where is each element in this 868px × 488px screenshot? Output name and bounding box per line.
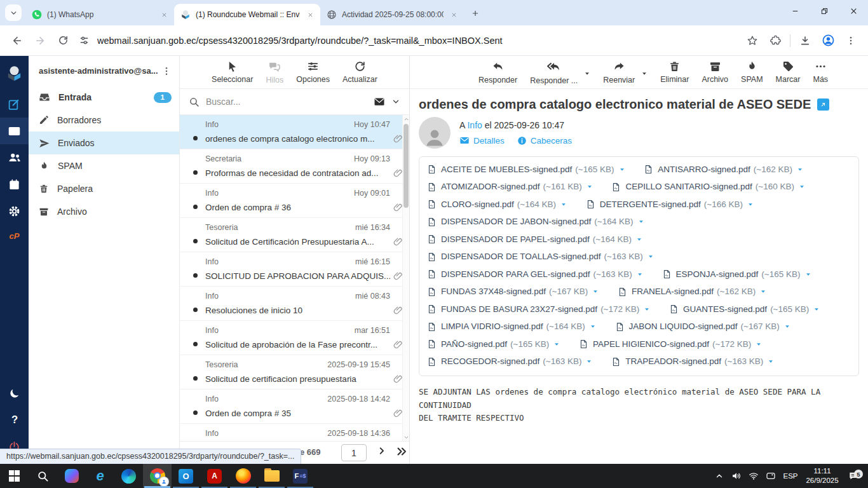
attachment-menu-caret-icon[interactable] (637, 271, 643, 278)
page-number-input[interactable] (341, 444, 367, 461)
attachment[interactable]: ESPONJA-signed.pdf (~165 KB) (662, 266, 811, 283)
headers-link[interactable]: Cabeceras (517, 136, 572, 146)
scrollbar-thumb[interactable] (403, 124, 409, 208)
taskbar-edge-button[interactable] (114, 464, 143, 488)
account-menu-button[interactable] (159, 64, 174, 79)
attachment-menu-caret-icon[interactable] (756, 341, 762, 348)
tab-whatsapp[interactable]: (1) WhatsApp (25, 4, 174, 25)
taskbar-chrome-button[interactable] (143, 464, 172, 488)
attachment[interactable]: PAÑO-signed.pdf (~165 KB) (427, 336, 560, 353)
bookmark-button[interactable] (742, 30, 763, 51)
scroll-up-icon[interactable] (403, 115, 409, 123)
message-row[interactable]: Info mié 08:43 Resoluciones de inicio 10 (180, 287, 409, 321)
close-window-button[interactable] (839, 0, 868, 22)
attachment[interactable]: JABON LIQUIDO-signed.pdf (~167 KB) (615, 318, 790, 336)
attachment-menu-caret-icon[interactable] (553, 341, 560, 348)
search-scope-icon[interactable] (374, 96, 385, 107)
notifications-button[interactable]: 5 (843, 471, 864, 481)
attachment-menu-caret-icon[interactable] (587, 184, 593, 190)
taskbar-firefox-button[interactable] (229, 464, 257, 488)
attachment-menu-caret-icon[interactable] (560, 201, 567, 208)
spam-button[interactable]: SPAM (741, 60, 763, 84)
tab-actividad[interactable]: Actividad 2025-09-25 08:00:00 (320, 4, 464, 25)
select-button[interactable]: Seleccionar (212, 60, 253, 84)
threads-button[interactable]: Hilos (266, 60, 283, 85)
dark-mode-button[interactable] (0, 380, 29, 407)
close-tab-icon[interactable] (159, 10, 169, 20)
delete-button[interactable]: Eliminar (660, 60, 689, 84)
network-button[interactable] (745, 471, 762, 481)
attachment[interactable]: DISPENSADOR PARA GEL-signed.pdf (~163 KB… (427, 266, 643, 283)
back-button[interactable] (6, 30, 28, 51)
folder-archivo[interactable]: Archivo (29, 200, 179, 223)
attachment-menu-caret-icon[interactable] (813, 306, 820, 313)
attachment[interactable]: FUNDAS DE BASURA 23X27-signed.pdf (~172 … (427, 301, 650, 318)
attachment[interactable]: CLORO-signed.pdf (~164 KB) (427, 196, 567, 213)
details-link[interactable]: Detalles (459, 135, 505, 146)
close-tab-icon[interactable] (305, 10, 315, 20)
attachment[interactable]: GUANTES-signed.pdf (~165 KB) (669, 301, 820, 318)
new-tab-button[interactable] (466, 4, 484, 22)
next-page-icon[interactable] (377, 446, 386, 456)
attachment[interactable]: CEPILLO SANITARIO-signed.pdf (~160 KB) (611, 179, 805, 196)
attachment-menu-caret-icon[interactable] (644, 306, 650, 313)
attachment[interactable]: LIMPIA VIDRIO-signed.pdf (~164 KB) (427, 318, 596, 336)
attachment-menu-caret-icon[interactable] (747, 201, 754, 208)
tab-search-button[interactable] (5, 4, 22, 21)
meet-now-button[interactable] (762, 471, 779, 481)
browser-menu-button[interactable] (840, 30, 862, 51)
attachment[interactable]: TRAPEADOR-signed.pdf (~163 KB) (611, 353, 774, 370)
rail-compose-button[interactable] (0, 91, 29, 118)
taskbar-ie-button[interactable]: e (86, 464, 114, 488)
attachment[interactable]: DISPENSADOR DE PAPEL-signed.pdf (~164 KB… (427, 231, 642, 248)
taskbar-acrobat-button[interactable]: A (200, 464, 229, 488)
attachment[interactable]: FRANELA-signed.pdf (~162 KB) (618, 283, 766, 301)
recipient-link[interactable]: Info (467, 120, 482, 130)
attachment[interactable]: ACEITE DE MUEBLES-signed.pdf (~165 KB) (427, 161, 625, 178)
scroll-down-icon[interactable] (403, 433, 409, 441)
refresh-button[interactable]: Actualizar (342, 60, 377, 84)
taskbar-search-button[interactable] (29, 464, 57, 488)
attachment-menu-caret-icon[interactable] (590, 323, 596, 330)
attachment[interactable]: DISPENSADOR DE TOALLAS-signed.pdf (~163 … (427, 248, 654, 266)
reply-button[interactable]: Responder (478, 60, 517, 85)
folder-papelera[interactable]: Papelera (29, 177, 179, 200)
hidden-icons-button[interactable] (710, 471, 728, 480)
attachment[interactable]: DISPENSADOR DE JABON-signed.pdf (~164 KB… (427, 214, 644, 231)
mark-button[interactable]: Marcar (776, 60, 801, 84)
message-row[interactable]: Info 2025-09-18 14:36 (180, 424, 409, 441)
attachment-menu-caret-icon[interactable] (619, 166, 625, 173)
search-input[interactable] (206, 97, 367, 107)
url-text[interactable]: webmail.sanjuan.gob.ec/cpsess4320018295/… (97, 36, 503, 46)
tab-roundcube[interactable]: (1) Roundcube Webmail :: Envia (174, 4, 320, 25)
attachment-menu-caret-icon[interactable] (797, 166, 803, 173)
message-row[interactable]: Info 2025-09-18 14:42 Orden de compra # … (180, 390, 409, 424)
attachment[interactable]: FUNDAS 37X48-signed.pdf (~167 KB) (427, 283, 599, 301)
rail-mail-button[interactable] (0, 118, 29, 144)
folder-enviados[interactable]: Enviados (29, 132, 179, 154)
close-tab-icon[interactable] (449, 10, 459, 20)
chevron-down-icon[interactable] (391, 97, 400, 106)
attachment[interactable]: DETERGENTE-signed.pdf (~166 KB) (586, 196, 754, 213)
attachment-menu-caret-icon[interactable] (784, 323, 790, 330)
folder-entrada[interactable]: Entrada 1 (29, 86, 179, 109)
cpanel-logo[interactable]: cP (10, 224, 20, 247)
forward-button[interactable]: Reenviar (603, 60, 635, 85)
reply-menu-caret-icon[interactable] (584, 71, 590, 77)
attachment-menu-caret-icon[interactable] (805, 271, 811, 278)
attachment-menu-caret-icon[interactable] (636, 236, 642, 243)
attachment-menu-caret-icon[interactable] (768, 358, 774, 365)
help-button[interactable] (0, 407, 29, 433)
message-row[interactable]: Info Hoy 09:01 Orden de compra # 36 (180, 184, 409, 218)
archive-button[interactable]: Archivo (702, 60, 728, 84)
message-row[interactable]: Info mié 16:15 SOLICITUD DE APROBACION P… (180, 252, 409, 287)
extensions-button[interactable] (764, 30, 786, 51)
taskbar-explorer-button[interactable] (257, 464, 286, 488)
downloads-button[interactable] (794, 30, 816, 51)
last-page-icon[interactable] (396, 446, 407, 457)
more-button[interactable]: Más (813, 60, 828, 84)
attachment-menu-caret-icon[interactable] (799, 184, 805, 190)
minimize-button[interactable] (780, 0, 810, 22)
folder-borradores[interactable]: Borradores (29, 109, 179, 132)
folder-spam[interactable]: SPAM (29, 154, 179, 177)
